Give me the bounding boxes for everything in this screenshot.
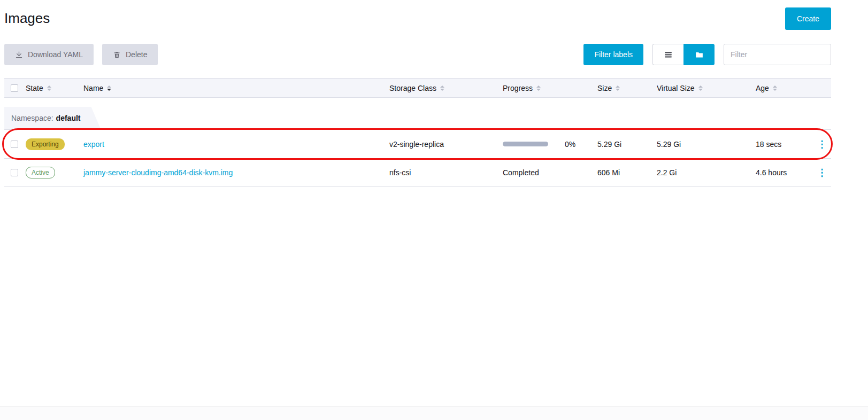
progress-cell: Completed xyxy=(503,168,597,177)
state-cell: Exporting xyxy=(26,138,83,150)
state-badge: Exporting xyxy=(26,138,65,150)
column-label-size: Size xyxy=(597,84,612,92)
column-label-state: State xyxy=(26,84,43,92)
size-value: 606 Mi xyxy=(597,168,620,177)
storage-class-value: nfs-csi xyxy=(389,168,411,177)
delete-button[interactable]: Delete xyxy=(102,44,158,65)
sort-arrows-icon xyxy=(698,85,703,91)
select-all-checkbox[interactable] xyxy=(11,84,18,92)
sort-arrows-icon xyxy=(107,85,111,91)
group-row: Namespace: default xyxy=(4,107,831,129)
virtual-size-cell: 5.29 Gi xyxy=(657,140,756,149)
virtual-size-value: 2.2 Gi xyxy=(657,168,677,177)
table-group-spacer xyxy=(4,98,831,107)
page-title: Images xyxy=(4,7,50,29)
storage-class-value: v2-single-replica xyxy=(389,140,444,149)
filter-input[interactable] xyxy=(724,44,831,65)
toolbar: Download YAML Delete Filter labels xyxy=(4,44,831,65)
download-yaml-button[interactable]: Download YAML xyxy=(4,44,94,65)
column-header-state[interactable]: State xyxy=(26,84,83,92)
column-header-progress[interactable]: Progress xyxy=(503,84,597,92)
state-badge: Active xyxy=(26,167,55,178)
size-cell: 606 Mi xyxy=(597,168,657,177)
progress-value: Completed xyxy=(503,168,539,177)
age-cell: 18 secs xyxy=(756,140,813,149)
virtual-size-cell: 2.2 Gi xyxy=(657,168,756,177)
state-cell: Active xyxy=(26,167,83,178)
sort-arrows-icon xyxy=(536,85,541,91)
name-cell: jammy-server-cloudimg-amd64-disk-kvm.img xyxy=(83,168,389,177)
image-name-link[interactable]: jammy-server-cloudimg-amd64-disk-kvm.img xyxy=(83,168,233,177)
page-content: Images Create Download YAML Delete xyxy=(4,0,831,187)
virtual-size-value: 5.29 Gi xyxy=(657,140,681,149)
sort-arrows-icon xyxy=(616,85,620,91)
column-header-name[interactable]: Name xyxy=(83,84,389,92)
column-label-progress: Progress xyxy=(503,84,533,92)
progress-value: 0% xyxy=(565,140,575,149)
group-value: default xyxy=(56,114,81,122)
row-actions-menu-icon[interactable]: ⋮ xyxy=(813,138,831,150)
filter-controls: Filter labels xyxy=(583,44,831,65)
progress-cell: 0% xyxy=(503,140,597,149)
group-label: Namespace: xyxy=(11,114,53,122)
column-label-virtual-size: Virtual Size xyxy=(657,84,695,92)
header-checkbox-cell xyxy=(4,84,26,92)
bulk-actions: Download YAML Delete xyxy=(4,44,158,65)
column-header-virtual-size[interactable]: Virtual Size xyxy=(657,84,756,92)
row-checkbox[interactable] xyxy=(11,141,18,148)
view-mode-toggle xyxy=(652,44,715,65)
column-header-storage-class[interactable]: Storage Class xyxy=(389,84,503,92)
image-name-link[interactable]: export xyxy=(83,140,104,149)
storage-class-cell: v2-single-replica xyxy=(389,140,503,149)
create-button[interactable]: Create xyxy=(785,7,831,30)
flat-list-view-button[interactable] xyxy=(652,44,683,65)
sort-arrows-icon xyxy=(773,85,777,91)
column-label-storage-class: Storage Class xyxy=(389,84,436,92)
actions-cell: ⋮ xyxy=(813,167,831,178)
row-checkbox-cell xyxy=(4,141,26,148)
trash-icon xyxy=(113,51,121,59)
namespace-group-tab: Namespace: default xyxy=(4,107,101,129)
row-actions-menu-icon[interactable]: ⋮ xyxy=(813,167,831,178)
age-cell: 4.6 hours xyxy=(756,168,813,177)
progress-bar xyxy=(503,142,548,146)
download-yaml-label: Download YAML xyxy=(28,51,83,58)
storage-class-cell: nfs-csi xyxy=(389,168,503,177)
folder-icon xyxy=(695,50,704,59)
sort-arrows-icon xyxy=(47,85,51,91)
table-row-export: Exporting export v2-single-replica 0% 5.… xyxy=(4,129,831,158)
images-page: Images Create Download YAML Delete xyxy=(0,0,868,420)
page-header: Images Create xyxy=(4,7,831,30)
age-value: 18 secs xyxy=(756,140,781,149)
download-icon xyxy=(15,51,23,59)
row-checkbox-cell xyxy=(4,169,26,176)
column-label-name: Name xyxy=(83,84,103,92)
row-checkbox[interactable] xyxy=(11,169,18,176)
filter-labels-button[interactable]: Filter labels xyxy=(583,44,643,65)
bottom-edge-strip xyxy=(0,406,868,420)
sort-arrows-icon xyxy=(440,85,444,91)
actions-cell: ⋮ xyxy=(813,138,831,150)
age-value: 4.6 hours xyxy=(756,168,787,177)
grouped-view-button[interactable] xyxy=(683,44,715,65)
table-row-jammy-image: Active jammy-server-cloudimg-amd64-disk-… xyxy=(4,158,831,187)
list-icon xyxy=(664,50,673,59)
images-table: State Name Storage Class Progress Size xyxy=(4,78,831,187)
size-value: 5.29 Gi xyxy=(597,140,621,149)
table-header-row: State Name Storage Class Progress Size xyxy=(4,78,831,98)
column-header-age[interactable]: Age xyxy=(756,84,813,92)
name-cell: export xyxy=(83,140,389,149)
column-header-size[interactable]: Size xyxy=(597,84,657,92)
column-label-age: Age xyxy=(756,84,769,92)
delete-label: Delete xyxy=(126,51,147,58)
size-cell: 5.29 Gi xyxy=(597,140,657,149)
